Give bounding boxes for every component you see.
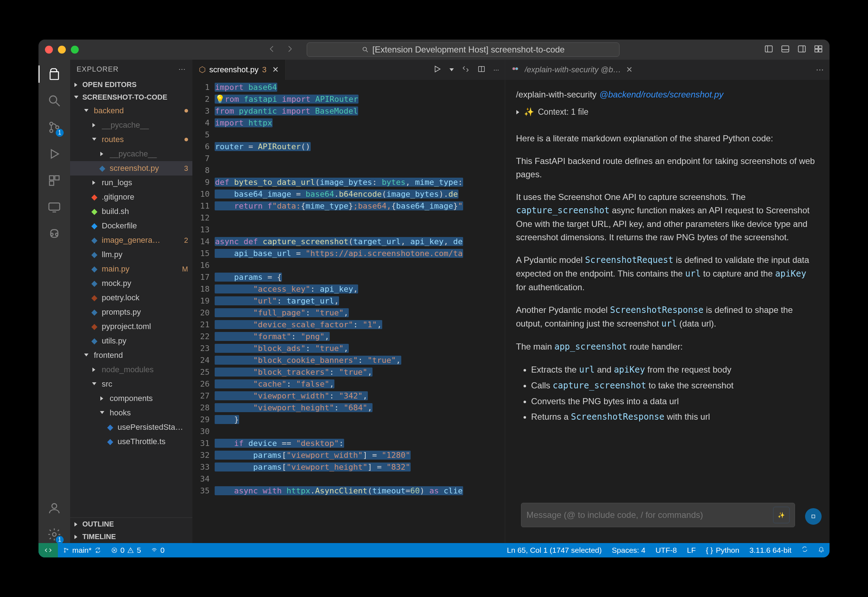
activity-settings[interactable]: 1 bbox=[46, 526, 63, 543]
layout-panel-icon[interactable] bbox=[780, 44, 790, 55]
code-line[interactable] bbox=[215, 164, 505, 176]
tree-file[interactable]: ◆mock.py bbox=[70, 276, 192, 291]
command-center[interactable]: [Extension Development Host] screenshot-… bbox=[307, 42, 620, 57]
code-line[interactable] bbox=[215, 224, 505, 236]
layout-customize-icon[interactable] bbox=[814, 44, 823, 55]
code-line[interactable]: import httpx bbox=[215, 117, 505, 129]
copilot-more-icon[interactable]: ⋯ bbox=[816, 65, 824, 74]
tree-file[interactable]: ◆useThrottle.ts bbox=[70, 434, 192, 449]
tree-folder[interactable]: backend bbox=[70, 104, 192, 118]
tree-file[interactable]: ◆utils.py bbox=[70, 334, 192, 348]
activity-scm[interactable]: 1 bbox=[46, 119, 63, 136]
code-line[interactable]: params = { bbox=[215, 271, 505, 283]
tree-folder[interactable]: node_modules bbox=[70, 362, 192, 377]
code-line[interactable] bbox=[215, 425, 505, 437]
code-line[interactable]: "viewport_width": "342", bbox=[215, 390, 505, 402]
status-cursor[interactable]: Ln 65, Col 1 (1747 selected) bbox=[502, 546, 607, 555]
minimize-window-button[interactable] bbox=[58, 46, 66, 53]
status-feedback-icon[interactable] bbox=[797, 546, 813, 552]
tree-folder[interactable]: routes bbox=[70, 132, 192, 147]
code-line[interactable]: async with httpx.AsyncClient(timeout=60)… bbox=[215, 485, 505, 497]
code-area[interactable]: 1234567891011121314151617181920212223242… bbox=[192, 80, 505, 543]
tree-file[interactable]: ◆Dockerfile bbox=[70, 219, 192, 233]
close-window-button[interactable] bbox=[45, 46, 53, 53]
tree-folder[interactable]: frontend bbox=[70, 348, 192, 362]
tree-file[interactable]: ◆.gitignore bbox=[70, 190, 192, 204]
activity-search[interactable] bbox=[46, 92, 63, 109]
code-line[interactable]: "access_key": api_key, bbox=[215, 283, 505, 295]
code-line[interactable]: 💡rom fastapi import APIRouter bbox=[215, 93, 505, 105]
code-line[interactable]: api_base_url = "https://api.screenshoton… bbox=[215, 247, 505, 259]
code-line[interactable]: return f"data:{mime_type};base64,{base64… bbox=[215, 200, 505, 212]
code-line[interactable]: } bbox=[215, 414, 505, 425]
tree-folder[interactable]: components bbox=[70, 391, 192, 406]
activity-remote[interactable] bbox=[46, 199, 63, 216]
tab-screenshot-py[interactable]: ⬡ screenshot.py 3 ✕ bbox=[192, 60, 285, 80]
activity-run-debug[interactable] bbox=[46, 145, 63, 163]
nav-back-button[interactable] bbox=[267, 44, 276, 55]
status-language[interactable]: { }Python bbox=[701, 546, 744, 555]
tree-file[interactable]: ◆image_genera…2 bbox=[70, 233, 192, 247]
lightbulb-icon[interactable]: 💡 bbox=[215, 95, 225, 104]
code-line[interactable]: def bytes_to_data_url(image_bytes: bytes… bbox=[215, 176, 505, 188]
activity-copilot[interactable] bbox=[46, 225, 63, 242]
remote-indicator[interactable] bbox=[39, 543, 58, 557]
code-line[interactable]: "block_trackers": "true", bbox=[215, 366, 505, 378]
code-line[interactable]: "full_page": "true", bbox=[215, 307, 505, 319]
section-outline[interactable]: OUTLINE bbox=[70, 518, 192, 530]
code-line[interactable]: "cache": "false", bbox=[215, 378, 505, 390]
tree-file[interactable]: ◆usePersistedSta… bbox=[70, 420, 192, 434]
code-line[interactable] bbox=[215, 259, 505, 271]
tree-file[interactable]: ◆llm.py bbox=[70, 247, 192, 262]
status-bell-icon[interactable] bbox=[813, 546, 829, 552]
code-line[interactable] bbox=[215, 473, 505, 485]
chat-sparkle-button[interactable]: ✨ bbox=[773, 507, 789, 523]
tree-file[interactable]: ◆screenshot.py3 bbox=[70, 161, 192, 175]
tree-file[interactable]: ◆pyproject.toml bbox=[70, 319, 192, 334]
section-open-editors[interactable]: OPEN EDITORS bbox=[70, 79, 192, 91]
run-dropdown-icon[interactable] bbox=[450, 67, 454, 73]
status-encoding[interactable]: UTF-8 bbox=[650, 546, 682, 555]
chat-input[interactable] bbox=[527, 510, 768, 520]
code-line[interactable]: "block_ads": "true", bbox=[215, 342, 505, 354]
status-indent[interactable]: Spaces: 4 bbox=[607, 546, 650, 555]
copilot-context[interactable]: ✨ Context: 1 file bbox=[516, 105, 819, 119]
copilot-tab-close-icon[interactable]: ✕ bbox=[626, 65, 632, 74]
layout-primary-icon[interactable] bbox=[764, 44, 773, 55]
code-line[interactable]: import base64 bbox=[215, 81, 505, 93]
maximize-window-button[interactable] bbox=[71, 46, 79, 53]
activity-explorer[interactable] bbox=[46, 65, 63, 83]
code-line[interactable]: from pydantic import BaseModel bbox=[215, 105, 505, 117]
chat-stop-button[interactable] bbox=[805, 508, 822, 525]
code-line[interactable]: "block_cookie_banners": "true", bbox=[215, 354, 505, 366]
tree-folder[interactable]: __pycache__ bbox=[70, 147, 192, 161]
status-ports[interactable]: 0 bbox=[146, 543, 170, 557]
status-branch[interactable]: main* bbox=[58, 543, 106, 557]
editor-more-icon[interactable]: ⋯ bbox=[493, 67, 499, 73]
code-line[interactable] bbox=[215, 153, 505, 164]
source-text[interactable]: import base64💡rom fastapi import APIRout… bbox=[215, 80, 505, 543]
tab-close-icon[interactable]: ✕ bbox=[272, 65, 279, 74]
code-line[interactable]: "url": target_url, bbox=[215, 295, 505, 307]
compare-icon[interactable] bbox=[462, 65, 470, 74]
tree-file[interactable]: ◆poetry.lock bbox=[70, 291, 192, 305]
tree-folder[interactable]: run_logs bbox=[70, 175, 192, 190]
sidebar-more-icon[interactable]: ⋯ bbox=[178, 65, 186, 73]
code-line[interactable]: "viewport_height": "684", bbox=[215, 402, 505, 414]
code-line[interactable]: async def capture_screenshot(target_url,… bbox=[215, 236, 505, 247]
nav-forward-button[interactable] bbox=[285, 44, 294, 55]
status-eol[interactable]: LF bbox=[682, 546, 701, 555]
code-line[interactable]: "format": "png", bbox=[215, 331, 505, 342]
code-line[interactable]: params["viewport_height"] = "832" bbox=[215, 461, 505, 473]
activity-extensions[interactable] bbox=[46, 172, 63, 189]
layout-secondary-icon[interactable] bbox=[797, 44, 807, 55]
activity-account[interactable] bbox=[46, 499, 63, 517]
tree-folder[interactable]: __pycache__ bbox=[70, 118, 192, 132]
tree-file[interactable]: ◆main.pyM bbox=[70, 262, 192, 276]
code-line[interactable]: if device == "desktop": bbox=[215, 437, 505, 449]
tree-folder[interactable]: src bbox=[70, 377, 192, 391]
section-timeline[interactable]: TIMELINE bbox=[70, 530, 192, 543]
code-line[interactable]: params["viewport_width"] = "1280" bbox=[215, 449, 505, 461]
status-problems[interactable]: 05 bbox=[106, 543, 146, 557]
tree-file[interactable]: ◆prompts.py bbox=[70, 305, 192, 319]
